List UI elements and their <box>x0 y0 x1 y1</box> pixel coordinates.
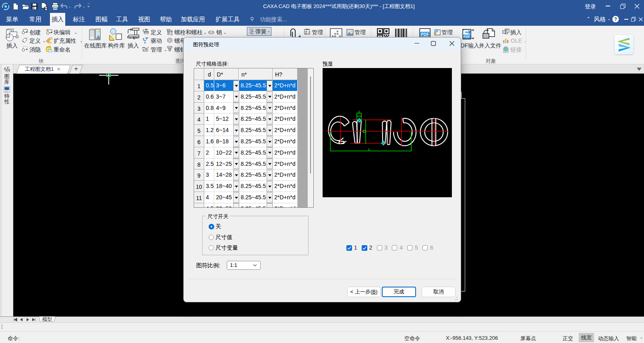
svg-text:PDF: PDF <box>464 35 470 39</box>
svg-text:Ex: Ex <box>48 41 52 44</box>
svg-text:PDF: PDF <box>421 32 429 37</box>
svg-text:?: ? <box>614 17 617 22</box>
svg-text:PDF: PDF <box>435 30 439 32</box>
